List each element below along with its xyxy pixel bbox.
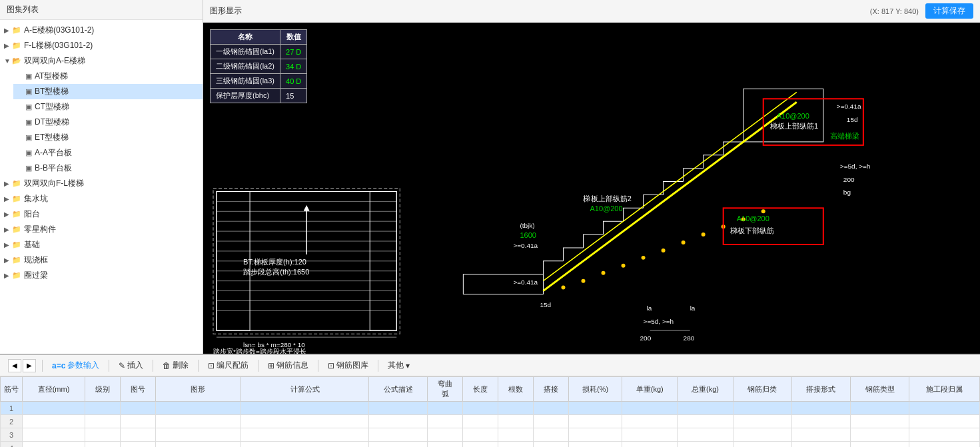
tree-label-bb: B-B平台板 [35,163,72,174]
rebar-library-button[interactable]: ⊡ 钢筋图库 [322,357,374,374]
data-table-container[interactable]: 筋号 直径(mm) 级别 图号 图形 计算公式 公式描述 弯曲弧 长度 根数 搭… [0,376,980,447]
separator [378,360,378,372]
cell-rc-1[interactable] [733,402,791,415]
cell-loss-1[interactable] [568,402,622,415]
tree-label-fl: F-L楼梯(03G101-2) [24,40,93,51]
cell-splice-1[interactable] [534,402,569,415]
cell-st-1[interactable] [791,402,850,415]
tree-item-lsgj[interactable]: ▶ 📁 零星构件 [0,222,203,237]
cell-formula-1[interactable] [241,402,368,415]
tree-item-xzk[interactable]: ▶ 📁 现浇框 [0,252,203,268]
folder-icon: 📁 [12,210,21,219]
svg-text:踏步段总高(th):1650: 踏步段总高(th):1650 [243,268,309,276]
tree-item-et[interactable]: ▣ ET型楼梯 [13,130,203,145]
plan-view: BT.梯板厚度(h):120 踏步段总高(th):1650 [213,189,400,334]
table-row[interactable]: 4 [1,442,980,448]
col-rebar-class: 钢筋归类 [733,377,791,402]
col-formula: 计算公式 [241,377,368,402]
left-panel-header: 图集列表 [0,0,203,20]
cell-fignum-1[interactable] [120,402,155,415]
insert-button[interactable]: ✎ 插入 [113,357,149,374]
tree-item-jc[interactable]: ▶ 📁 基础 [0,237,203,252]
top-section: 图集列表 ▶ 📁 A-E楼梯(03G101-2) ▶ 📁 F-L楼梯(03G10… [0,0,980,354]
col-bend: 弯曲弧 [428,377,463,402]
cell-shape-1[interactable] [155,402,241,415]
cell-tw-1[interactable] [678,402,733,415]
cell-diam-1[interactable] [23,402,85,415]
col-rebar-type: 钢筋类型 [850,377,909,402]
other-arrow: ▾ [406,361,410,370]
insert-label: 插入 [127,360,143,371]
col-length: 长度 [463,377,498,402]
col-total-weight: 总重(kg) [678,377,733,402]
delete-icon: 🗑 [163,361,171,370]
table-row[interactable]: 1 [1,402,980,415]
tree-item-at[interactable]: ▣ AT型楼梯 [13,69,203,84]
folder-icon: 📁 [12,225,21,234]
tree-item-dt[interactable]: ▣ DT型楼梯 [13,115,203,130]
svg-text:280: 280 [684,334,695,342]
tree-item-bt[interactable]: ▣ BT型楼梯 [13,84,203,99]
dim-layout-button[interactable]: ⊡ 编尺配筋 [202,357,254,374]
delete-button[interactable]: 🗑 删除 [157,357,195,374]
svg-point-27 [602,271,606,275]
svg-text:梯板下部纵筋: 梯板下部纵筋 [730,226,774,234]
tree-label-xzk: 现浇框 [24,254,48,266]
nav-prev-button[interactable]: ◀ [8,359,21,372]
col-splice: 搭接 [534,377,569,402]
tree-item-ct[interactable]: ▣ CT型楼梯 [13,99,203,115]
svg-point-31 [682,240,686,244]
left-panel: 图集列表 ▶ 📁 A-E楼梯(03G101-2) ▶ 📁 F-L楼梯(03G10… [0,0,203,354]
svg-text:1600: 1600 [520,231,536,239]
toolbar: ◀ ▶ a=c 参数输入 ✎ 插入 🗑 删除 ⊡ 编尺配筋 [0,355,980,376]
right-panel: 图形显示 (X: 817 Y: 840) 计算保存 名称 数值 一级钢筋锚固(l… [203,0,980,354]
toggle-icon: ▶ [4,27,12,34]
tree-item-gl[interactable]: ▶ 📁 圈过梁 [0,268,203,283]
table-row[interactable]: 2 [1,415,980,428]
folder-icon: 📁 [12,240,21,249]
tree-label-ct: CT型楼梯 [35,101,69,113]
tree-item-fl[interactable]: ▶ 📁 F-L楼梯(03G101-2) [0,38,203,53]
tree-item-jsf[interactable]: ▶ 📁 集水坑 [0,191,203,207]
param-input-button[interactable]: a=c 参数输入 [46,357,105,374]
tree-item-sswfl[interactable]: ▶ 📁 双网双向F-L楼梯 [0,176,203,191]
nav-next-button[interactable]: ▶ [23,359,36,372]
folder-icon: 📁 [12,271,21,280]
nav-controls: ◀ ▶ [5,358,39,374]
svg-text:BT.梯板厚度(h):120: BT.梯板厚度(h):120 [243,258,306,266]
svg-point-32 [702,232,706,236]
folder-icon: 📁 [12,179,21,188]
svg-text:15d: 15d [847,116,858,123]
tree-container[interactable]: ▶ 📁 A-E楼梯(03G101-2) ▶ 📁 F-L楼梯(03G101-2) … [0,20,203,354]
cell-stage-1[interactable] [909,402,980,415]
folder-icon: 📂 [12,57,21,65]
tree-item-sswae[interactable]: ▼ 📂 双网双向A-E楼梯 [0,53,203,69]
tree-item-yt[interactable]: ▶ 📁 阳台 [0,207,203,222]
col-shape: 图形 [155,377,241,402]
table-row[interactable]: 3 [1,428,980,442]
tree-label-ae: A-E楼梯(03G101-2) [24,25,94,36]
save-button[interactable]: 计算保存 [925,3,973,19]
cell-uw-1[interactable] [622,402,678,415]
tree-label-lsgj: 零星构件 [24,224,56,235]
cell-length-1[interactable] [463,402,498,415]
separator [42,360,43,372]
cell-grade-1[interactable] [85,402,121,415]
col-loss: 损耗(%) [568,377,622,402]
col-stage: 施工段归属 [909,377,980,402]
param-input-label: 参数输入 [67,360,99,371]
tree-item-ae[interactable]: ▶ 📁 A-E楼梯(03G101-2) [0,23,203,38]
tree-item-bb[interactable]: ▣ B-B平台板 [13,161,203,176]
rebar-info-button[interactable]: ⊞ 钢筋信息 [262,357,314,374]
rebar-info-icon: ⊞ [268,361,274,370]
cell-bend-1[interactable] [428,402,463,415]
cell-count-1[interactable] [498,402,534,415]
tree-item-aa[interactable]: ▣ A-A平台板 [13,145,203,161]
other-button[interactable]: 其他 ▾ [382,357,416,374]
stair-diagram: BT.梯板厚度(h):120 踏步段总高(th):1650 lsn= bs * … [203,23,980,354]
cell-rt-1[interactable] [850,402,909,415]
folder-icon: 📁 [12,195,21,203]
data-table: 筋号 直径(mm) 级别 图号 图形 计算公式 公式描述 弯曲弧 长度 根数 搭… [0,376,980,447]
cell-fdesc-1[interactable] [369,402,428,415]
row-num-3: 3 [1,428,23,442]
